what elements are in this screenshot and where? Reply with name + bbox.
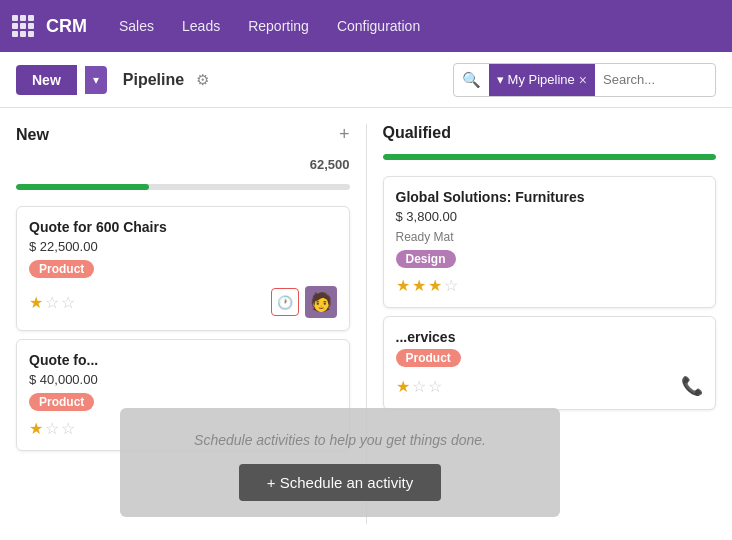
top-navigation: CRM Sales Leads Reporting Configuration bbox=[0, 0, 732, 52]
toolbar: New ▾ Pipeline ⚙ 🔍 ▾ My Pipeline × bbox=[0, 52, 732, 108]
schedule-activity-button[interactable]: + Schedule an activity bbox=[239, 464, 441, 501]
card-amount: $ 22,500.00 bbox=[29, 239, 337, 254]
popover-hint: Schedule activities to help you get thin… bbox=[194, 432, 486, 448]
progress-fill-new bbox=[16, 184, 149, 190]
phone-icon[interactable]: 📞 bbox=[681, 375, 703, 397]
card-stars[interactable]: ★☆☆ bbox=[396, 377, 444, 396]
brand-crm: CRM bbox=[46, 16, 87, 37]
kanban-area: New + 62,500 Quote for 600 Chairs $ 22,5… bbox=[0, 108, 732, 540]
card-badge: Product bbox=[29, 393, 94, 411]
column-progress-new bbox=[16, 184, 350, 190]
filter-badge: ▾ My Pipeline × bbox=[489, 64, 595, 96]
card-stars[interactable]: ★★★☆ bbox=[396, 276, 460, 295]
search-icon-button[interactable]: 🔍 bbox=[454, 71, 489, 89]
activity-popover: Schedule activities to help you get thin… bbox=[120, 408, 560, 517]
column-amount-new: 62,500 bbox=[310, 157, 350, 172]
card-title: Quote fo... bbox=[29, 352, 337, 368]
card-subtitle: Ready Mat bbox=[396, 230, 704, 244]
column-header-qualified: Qualified bbox=[383, 124, 717, 142]
pipeline-label: Pipeline bbox=[123, 71, 184, 89]
progress-fill-qualified bbox=[383, 154, 717, 160]
grid-menu-icon[interactable] bbox=[12, 15, 34, 37]
nav-sales[interactable]: Sales bbox=[107, 12, 166, 40]
activity-clock-button[interactable]: 🕐 bbox=[271, 288, 299, 316]
kanban-card-services: ...ervices Product ★☆☆ 📞 bbox=[383, 316, 717, 410]
new-dropdown-button[interactable]: ▾ bbox=[85, 66, 107, 94]
column-add-icon[interactable]: + bbox=[339, 124, 350, 145]
column-title-qualified: Qualified bbox=[383, 124, 717, 142]
card-badge: Design bbox=[396, 250, 456, 268]
card-amount: $ 40,000.00 bbox=[29, 372, 337, 387]
column-header-new: New + bbox=[16, 124, 350, 145]
new-button[interactable]: New bbox=[16, 65, 77, 95]
kanban-card-global-solutions: Global Solutions: Furnitures $ 3,800.00 … bbox=[383, 176, 717, 308]
card-stars[interactable]: ★☆☆ bbox=[29, 419, 77, 438]
kanban-card-quote-600: Quote for 600 Chairs $ 22,500.00 Product… bbox=[16, 206, 350, 331]
nav-configuration[interactable]: Configuration bbox=[325, 12, 432, 40]
search-input[interactable] bbox=[595, 72, 715, 87]
filter-close-icon[interactable]: × bbox=[579, 72, 587, 88]
search-area: 🔍 ▾ My Pipeline × bbox=[453, 63, 716, 97]
column-title-new: New bbox=[16, 126, 339, 144]
card-badge: Product bbox=[396, 349, 461, 367]
card-stars[interactable]: ★☆☆ bbox=[29, 293, 77, 312]
settings-gear-icon[interactable]: ⚙ bbox=[196, 71, 209, 89]
nav-leads[interactable]: Leads bbox=[170, 12, 232, 40]
card-title: ...ervices bbox=[396, 329, 704, 345]
filter-label: My Pipeline bbox=[508, 72, 575, 87]
column-progress-qualified bbox=[383, 154, 717, 160]
filter-icon: ▾ bbox=[497, 72, 504, 87]
card-title: Global Solutions: Furnitures bbox=[396, 189, 704, 205]
card-avatar[interactable]: 🧑 bbox=[305, 286, 337, 318]
nav-reporting[interactable]: Reporting bbox=[236, 12, 321, 40]
card-amount: $ 3,800.00 bbox=[396, 209, 704, 224]
card-title: Quote for 600 Chairs bbox=[29, 219, 337, 235]
card-badge: Product bbox=[29, 260, 94, 278]
